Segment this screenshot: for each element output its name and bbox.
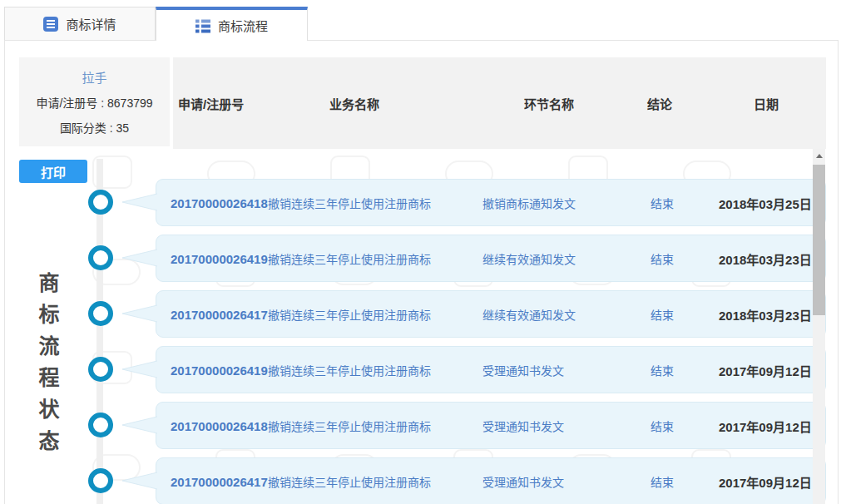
bubble-tail	[121, 191, 157, 213]
timeline-node-circle	[88, 357, 113, 382]
timeline-row: 20170000026419 撤销连续三年停止使用注册商标 继续有效通知发文 结…	[87, 235, 826, 282]
list-icon	[195, 18, 210, 33]
record-date: 2018年03月25日	[719, 194, 812, 211]
process-record-card: 20170000026418 撤销连续三年停止使用注册商标 撤销商标通知发文 结…	[156, 179, 826, 226]
process-timeline-rows: 20170000026418 撤销连续三年停止使用注册商标 撤销商标通知发文 结…	[87, 179, 826, 504]
timeline-row: 20170000026417 撤销连续三年停止使用注册商标 受理通知书发文 结束…	[87, 457, 826, 504]
step-name: 撤销商标通知发文	[482, 195, 576, 211]
process-record-card: 20170000026419 撤销连续三年停止使用注册商标 受理通知书发文 结束…	[156, 346, 826, 393]
vertical-scrollbar[interactable]	[813, 149, 825, 504]
application-number[interactable]: 20170000026418	[171, 195, 268, 210]
conclusion: 结束	[651, 362, 674, 378]
tab-trademark-details[interactable]: 商标详情	[4, 7, 156, 40]
timeline-node-circle	[88, 468, 113, 493]
scrollbar-up-button[interactable]	[813, 149, 825, 163]
header-conclusion: 结论	[647, 95, 672, 112]
timeline-node-circle	[88, 301, 113, 326]
tab-trademark-process[interactable]: 商标流程	[156, 7, 308, 41]
timeline-row: 20170000026419 撤销连续三年停止使用注册商标 受理通知书发文 结束…	[87, 346, 826, 393]
bubble-tail	[121, 470, 157, 492]
record-date: 2017年09月12日	[719, 417, 812, 434]
table-header: 申请/注册号 业务名称 环节名称 结论 日期	[173, 57, 826, 149]
business-name: 撤销连续三年停止使用注册商标	[268, 418, 431, 434]
header-business-name: 业务名称	[329, 95, 379, 112]
application-number[interactable]: 20170000026419	[171, 251, 268, 265]
registration-number-line: 申请/注册号 : 8673799	[36, 94, 152, 111]
international-class-line: 国际分类 : 35	[60, 119, 129, 136]
application-number[interactable]: 20170000026419	[171, 363, 268, 377]
step-name: 受理通知书发文	[482, 473, 564, 490]
record-date: 2018年03月23日	[719, 305, 812, 323]
trademark-name: 拉手	[82, 68, 106, 86]
conclusion: 结束	[651, 473, 674, 490]
scrollbar-thumb[interactable]	[813, 165, 825, 315]
document-icon	[43, 17, 58, 32]
conclusion: 结束	[651, 306, 674, 323]
print-button[interactable]: 打印	[19, 160, 87, 183]
header-date: 日期	[754, 95, 779, 112]
application-number[interactable]: 20170000026417	[171, 474, 268, 488]
bubble-tail	[121, 303, 157, 324]
business-name: 撤销连续三年停止使用注册商标	[268, 306, 431, 323]
timeline-row: 20170000026417 撤销连续三年停止使用注册商标 继续有效通知发文 结…	[87, 290, 826, 338]
conclusion: 结束	[651, 250, 674, 267]
application-number[interactable]: 20170000026417	[171, 307, 268, 321]
step-name: 受理通知书发文	[482, 418, 564, 434]
process-record-card: 20170000026418 撤销连续三年停止使用注册商标 受理通知书发文 结束…	[156, 402, 826, 449]
triangle-up-icon	[816, 154, 823, 158]
trademark-process-panel: 拉手 申请/注册号 : 8673799 国际分类 : 35 申请/注册号 业务名…	[4, 40, 839, 504]
bubble-tail	[121, 358, 157, 380]
conclusion: 结束	[651, 418, 674, 434]
business-name: 撤销连续三年停止使用注册商标	[268, 362, 431, 378]
bubble-tail	[121, 247, 157, 269]
timeline-row: 20170000026418 撤销连续三年停止使用注册商标 受理通知书发文 结束…	[87, 402, 826, 449]
record-date: 2017年09月12日	[719, 361, 812, 378]
conclusion: 结束	[651, 195, 674, 211]
tab-label: 商标流程	[218, 17, 268, 34]
trademark-info-card: 拉手 申请/注册号 : 8673799 国际分类 : 35	[19, 57, 170, 146]
header-application-number: 申请/注册号	[178, 95, 244, 112]
record-date: 2017年09月12日	[719, 472, 812, 490]
step-name: 继续有效通知发文	[482, 250, 576, 267]
side-title-vertical: 商标流程状态	[32, 272, 62, 462]
header-step-name: 环节名称	[524, 95, 574, 112]
bubble-tail	[121, 414, 157, 436]
step-name: 受理通知书发文	[482, 362, 564, 378]
timeline-node-circle	[88, 413, 113, 437]
timeline-row: 20170000026418 撤销连续三年停止使用注册商标 撤销商标通知发文 结…	[87, 179, 826, 226]
business-name: 撤销连续三年停止使用注册商标	[268, 250, 431, 267]
tab-label: 商标详情	[66, 15, 116, 32]
step-name: 继续有效通知发文	[482, 306, 576, 323]
record-date: 2018年03月23日	[719, 250, 812, 267]
application-number[interactable]: 20170000026418	[171, 418, 268, 432]
timeline-node-circle	[88, 245, 113, 270]
process-record-card: 20170000026419 撤销连续三年停止使用注册商标 继续有效通知发文 结…	[156, 235, 826, 282]
timeline-node-circle	[88, 190, 113, 215]
process-record-card: 20170000026417 撤销连续三年停止使用注册商标 继续有效通知发文 结…	[156, 290, 826, 338]
process-record-card: 20170000026417 撤销连续三年停止使用注册商标 受理通知书发文 结束…	[156, 457, 826, 504]
business-name: 撤销连续三年停止使用注册商标	[268, 473, 431, 490]
business-name: 撤销连续三年停止使用注册商标	[268, 195, 431, 211]
